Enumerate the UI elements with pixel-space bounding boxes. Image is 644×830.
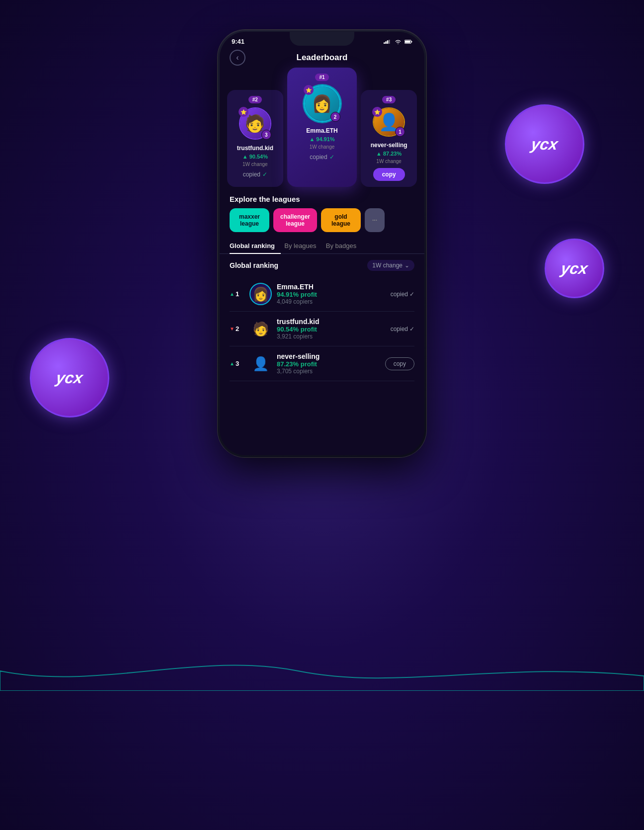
item-copiers-1: 4,049 copiers (277, 298, 386, 305)
trend-up-icon-1: ▲ (230, 291, 235, 297)
check-icon-first: ✓ (329, 154, 334, 161)
podium-change-first: ▲ 94.91% (309, 136, 334, 142)
wifi-icon (394, 39, 402, 45)
avatar-rank-2: 🧑 (249, 318, 272, 340)
ranking-item-1: ▲ 1 👩 Emma.ETH 94.91% profit 4,049 copie… (230, 277, 414, 312)
copied-button-second[interactable]: copied ✓ (243, 171, 267, 178)
item-copiers-2: 3,921 copiers (277, 333, 386, 340)
avatar-rank-3: 👤 (249, 352, 272, 375)
item-action-1: copied ✓ (391, 291, 414, 298)
chevron-down-icon: ⌄ (404, 262, 409, 269)
avatar-rank-1: 👩 (249, 283, 272, 305)
svg-rect-2 (387, 40, 389, 44)
podium-card-second: #2 🧑 ⭐ 3 trustfund.kid ▲ 90.54% 1W chang… (227, 90, 283, 187)
phone-screen: 9:41 (220, 32, 424, 455)
avatar-circle-rank-3: 👤 (249, 352, 272, 375)
avatar-second: 🧑 ⭐ 3 (239, 107, 271, 140)
coin-logo: ycx (530, 135, 560, 154)
podium-name-first: Emma.ETH (306, 127, 337, 134)
status-time: 9:41 (232, 38, 244, 45)
avatar-third: 👤 ⭐ 1 (373, 107, 405, 137)
ranking-item-3: ▲ 3 👤 never-selling 87.23% profit 3,705 … (230, 346, 414, 381)
tab-global-ranking[interactable]: Global ranking (230, 238, 281, 253)
item-info-1: Emma.ETH 94.91% profit 4,049 copiers (277, 283, 386, 305)
signal-icon (384, 39, 392, 45)
filter-button[interactable]: 1W change ⌄ (367, 260, 414, 271)
item-info-2: trustfund.kid 90.54% profit 3,921 copier… (277, 318, 386, 340)
trend-down-icon-2: ▼ (230, 326, 235, 332)
podium-section: #2 🧑 ⭐ 3 trustfund.kid ▲ 90.54% 1W chang… (220, 68, 424, 187)
copiers-badge-first: 2 (330, 112, 340, 122)
svg-rect-6 (405, 40, 410, 43)
rank-number-3: ▲ 3 (230, 360, 244, 367)
star-badge-third: ⭐ (372, 107, 382, 117)
podium-card-first: #1 👩 ⭐ 2 Emma.ETH ▲ 94.91% 1W change (287, 68, 357, 187)
item-profit-2: 90.54% profit (277, 326, 386, 333)
decorative-coin-mid-right: ycx (545, 239, 604, 298)
podium-change-third: ▲ 87.23% (376, 151, 402, 157)
tab-by-leagues[interactable]: By leagues (281, 238, 322, 253)
rank-number-1: ▲ 1 (230, 290, 244, 298)
app-header: ‹ Leaderboard (220, 50, 424, 68)
copied-status-2: copied ✓ (391, 326, 414, 332)
item-name-1: Emma.ETH (277, 283, 386, 291)
podium-change-second: ▲ 90.54% (242, 154, 268, 160)
item-profit-1: 94.91% profit (277, 291, 386, 298)
copiers-badge-third: 1 (395, 127, 405, 137)
rank-badge-second: #2 (248, 96, 262, 103)
star-badge-second: ⭐ (239, 107, 248, 117)
ranking-section-title: Global ranking (230, 261, 278, 269)
rank-number-2: ▼ 2 (230, 325, 244, 332)
check-icon-second: ✓ (262, 171, 267, 178)
page-title: Leaderboard (297, 53, 348, 63)
status-icons (384, 39, 412, 45)
podium-name-third: never-selling (371, 142, 407, 149)
item-info-3: never-selling 87.23% profit 3,705 copier… (277, 352, 380, 375)
svg-rect-0 (384, 42, 385, 44)
back-chevron-icon: ‹ (236, 53, 239, 62)
back-button[interactable]: ‹ (230, 50, 245, 66)
copied-label-second: copied (243, 171, 260, 178)
copy-button-third[interactable]: copy (373, 168, 405, 181)
coin-logo: ycx (560, 259, 589, 278)
explore-leagues-section: Explore the leagues maxxerleague challen… (220, 187, 424, 236)
league-button-maxxer[interactable]: maxxerleague (230, 208, 269, 232)
league-button-challenger[interactable]: challengerleague (273, 208, 317, 232)
avatar-circle-rank-2: 🧑 (249, 318, 272, 340)
copied-status-1: copied ✓ (391, 291, 414, 298)
item-name-2: trustfund.kid (277, 318, 386, 326)
explore-title: Explore the leagues (230, 195, 414, 203)
copied-label-first: copied (310, 154, 327, 161)
decorative-coin-top-right: ycx (505, 104, 584, 184)
league-button-more[interactable]: ··· (365, 208, 385, 232)
svg-rect-1 (385, 41, 387, 44)
ranking-item-2: ▼ 2 🧑 trustfund.kid 90.54% profit 3,921 … (230, 312, 414, 346)
decorative-coin-left: ycx (30, 338, 109, 417)
copy-label-third: copy (382, 171, 396, 178)
ranking-header: Global ranking 1W change ⌄ (230, 260, 414, 271)
item-name-3: never-selling (277, 352, 380, 360)
svg-rect-5 (411, 41, 412, 42)
leagues-scroll: maxxerleague challengerleague goldleague… (230, 208, 414, 232)
podium-change-label-third: 1W change (376, 159, 402, 164)
copied-button-first[interactable]: copied ✓ (310, 154, 334, 161)
phone-outer-frame: 9:41 (218, 30, 426, 457)
podium-name-second: trustfund.kid (237, 145, 273, 152)
item-action-3[interactable]: copy (385, 357, 414, 370)
avatar-first: 👩 ⭐ 2 (304, 85, 341, 122)
trend-up-icon-3: ▲ (230, 361, 235, 366)
battery-icon (404, 39, 412, 45)
copy-button-rank-3[interactable]: copy (385, 357, 414, 370)
star-badge-first: ⭐ (304, 85, 314, 95)
league-button-gold[interactable]: goldleague (321, 208, 361, 232)
tab-by-badges[interactable]: By badges (322, 238, 363, 253)
rank-badge-third: #3 (382, 96, 396, 103)
podium-card-third: #3 👤 ⭐ 1 never-selling ▲ 87.23% 1W chang… (361, 90, 417, 187)
avatar-circle-rank-1: 👩 (250, 284, 271, 304)
phone-notch (290, 32, 354, 46)
screen-content: ‹ Leaderboard #2 🧑 ⭐ 3 (220, 45, 424, 446)
podium-change-label-second: 1W change (242, 162, 268, 167)
phone-mockup: 9:41 (218, 30, 426, 795)
coin-logo: ycx (55, 369, 84, 387)
svg-rect-3 (389, 40, 390, 44)
